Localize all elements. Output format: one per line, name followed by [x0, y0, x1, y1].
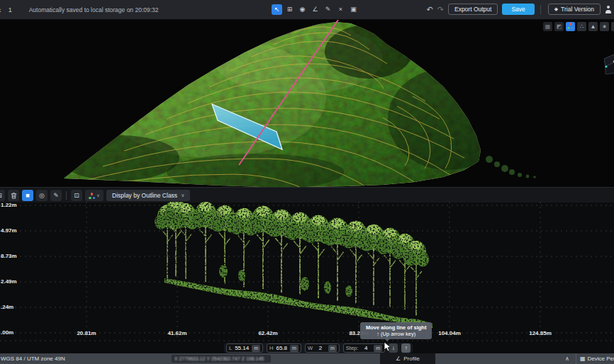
trash-icon — [10, 192, 18, 200]
length-unit: m — [252, 345, 260, 352]
dock-icon[interactable]: ⊟ — [0, 190, 5, 201]
select-tool-button[interactable]: ↖ — [272, 4, 282, 15]
profile-toolbar: ⊟ ■ ◎ ✎ ⊡ ∨ Display by Outline Class ∨ — [0, 188, 614, 203]
delete-profile-button[interactable] — [8, 190, 19, 201]
x-axis-label: 124.85m — [519, 330, 562, 336]
main-toolbar: ↖ ⊞ ◉ ∠ ✎ × ▣ — [272, 4, 359, 15]
move-arrows-icon: × — [339, 6, 342, 13]
toolbar-divider: │ — [539, 5, 544, 13]
topbar: ‹ 1 Automatically saved to local storage… — [0, 0, 614, 20]
export-profile-button[interactable]: ⊡ — [71, 190, 82, 201]
redo-icon: ↷ — [437, 5, 444, 13]
point-pick-button[interactable]: ◎ — [36, 190, 48, 201]
display-mode-label: Display by Outline Class — [112, 192, 177, 199]
camera-glyph: ◩ — [557, 23, 562, 30]
statusbar: WGS 84 / UTM zone 49N X 2779633.12 Y 254… — [0, 353, 614, 364]
step-up-button[interactable]: ↑ — [401, 343, 411, 353]
display-mode-dropdown[interactable]: Display by Outline Class ∨ — [106, 190, 190, 201]
profile-tab-label: Profile — [403, 356, 420, 362]
region-tool-icon: ⊞ — [287, 6, 293, 13]
pen-icon: ✎ — [325, 6, 331, 13]
height-field[interactable]: H 65.8 m — [267, 343, 301, 353]
length-label: L — [229, 345, 232, 351]
device-icon: ▦ — [580, 356, 586, 362]
draw-tool-button[interactable]: ✎ — [323, 4, 333, 15]
render-settings-icon[interactable]: ⊛ — [611, 22, 614, 31]
profile-tab[interactable]: ∠ Profile — [380, 353, 435, 364]
chevron-up-icon: ∧ — [565, 356, 569, 362]
profile-point-cloud-view[interactable] — [0, 202, 614, 342]
angle-measure-icon: ∠ — [312, 6, 318, 13]
trial-version-button[interactable]: ◆ Trial Version — [548, 4, 601, 15]
width-field[interactable]: W 2 m — [305, 343, 340, 353]
y-axis-label: 1.22m — [1, 202, 29, 208]
length-field[interactable]: L 55.14 m — [226, 343, 263, 353]
user-account-icon[interactable] — [605, 6, 612, 13]
frame-icon: ▣ — [350, 6, 357, 13]
profile-tab-icon: ∠ — [396, 356, 401, 362]
undo-button[interactable]: ↶ — [427, 4, 433, 15]
page-number: 1 — [9, 6, 12, 13]
profile-trees — [155, 202, 432, 328]
arrow-down-icon: ↓ — [392, 345, 395, 351]
3d-point-cloud-scene — [0, 20, 614, 187]
y-axis-label: .24m — [1, 304, 29, 310]
chevron-down-icon: ∨ — [96, 190, 99, 201]
back-button[interactable]: ‹ — [0, 4, 1, 16]
elevation-icon[interactable]: ▲ — [588, 22, 598, 31]
step-value[interactable]: 4 — [361, 345, 371, 351]
length-value[interactable]: 55.14 — [235, 345, 249, 351]
app-window: ‹ 1 Automatically saved to local storage… — [0, 0, 614, 364]
save-button[interactable]: Save — [502, 4, 534, 15]
pen-icon: ✎ — [53, 192, 59, 199]
intensity-icon[interactable]: ∗ — [600, 22, 609, 31]
view-cube[interactable] — [604, 53, 614, 77]
device-performance-panel[interactable]: ▦ Device Perform — [576, 353, 614, 364]
measure-button[interactable]: ✎ — [50, 190, 62, 201]
region-tool-button[interactable]: ⊞ — [284, 4, 295, 15]
width-value[interactable]: 2 — [316, 345, 325, 351]
orbit-tool-icon: ◉ — [300, 6, 306, 13]
y-axis-label: 8.73m — [1, 253, 29, 259]
move-tool-button[interactable]: × — [335, 4, 346, 15]
camera-view-icon[interactable]: ◩ — [554, 22, 564, 31]
x-axis-label: 20.81m — [65, 330, 108, 336]
x-axis-label: 83.23m — [337, 330, 380, 336]
classification-glyph: ∴ — [580, 23, 584, 30]
crs-label: WGS 84 / UTM zone 49N — [1, 356, 65, 362]
y-axis-label: 2.49m — [1, 278, 29, 285]
x-axis-label: 41.62m — [156, 330, 199, 336]
step-down-button[interactable]: ↓ — [389, 343, 398, 353]
width-label: W — [308, 345, 313, 351]
screenshot-icon[interactable]: ▦ — [543, 22, 552, 31]
step-field[interactable]: Step: 4 m — [343, 343, 385, 353]
x-axis-label: 14 — [607, 330, 614, 336]
height-label: H — [269, 345, 273, 351]
frame-tool-button[interactable]: ▣ — [348, 4, 359, 15]
select-tool-icon: ↖ — [274, 6, 280, 13]
section-controls: L 55.14 m H 65.8 m W 2 m Step: 4 m ↓ ↑ — [224, 343, 413, 353]
3d-viewport[interactable]: ▦ ◩ ∴ ▲ ∗ ⊛ ▥ — [0, 20, 614, 187]
angle-measure-tool-button[interactable]: ∠ — [310, 4, 320, 15]
height-value[interactable]: 65.8 — [276, 345, 287, 351]
classification-icon[interactable]: ∴ — [577, 22, 586, 31]
palette-dropdown-button[interactable]: ∨ — [85, 190, 104, 201]
palette-icon — [89, 193, 95, 199]
export-output-button[interactable]: Export Output — [448, 4, 498, 15]
chevron-down-icon: ∨ — [181, 193, 184, 198]
intensity-glyph: ∗ — [602, 23, 607, 30]
step-unit: m — [374, 345, 382, 352]
orbit-tool-button[interactable]: ◉ — [297, 4, 308, 15]
trial-badge-icon: ◆ — [554, 6, 558, 12]
step-label: Step: — [346, 345, 359, 351]
x-axis-label: 104.04m — [428, 330, 471, 336]
toolbar-divider — [66, 191, 67, 200]
section-box-button[interactable]: ■ — [22, 190, 33, 201]
y-axis-label: .00m — [1, 329, 29, 336]
redo-button[interactable]: ↷ — [437, 4, 444, 15]
export-icon: ⊡ — [74, 192, 79, 199]
collapse-panel-button[interactable]: ∧ — [562, 354, 572, 363]
circle-icon: ◎ — [39, 192, 45, 199]
outlier-trees — [486, 156, 536, 178]
color-by-rgb-icon[interactable] — [566, 22, 575, 31]
